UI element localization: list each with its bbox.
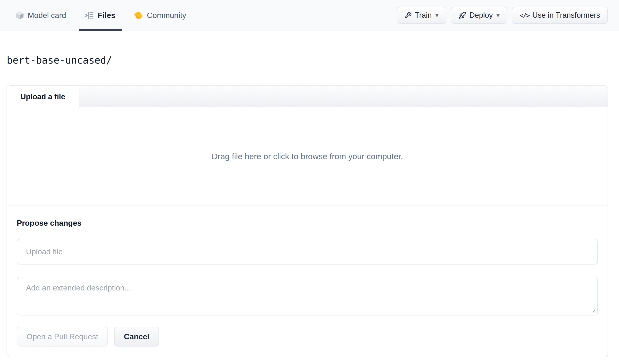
train-button[interactable]: Train ▾	[397, 7, 446, 24]
chevron-down-icon: ▾	[496, 12, 500, 18]
tab-community[interactable]: Community	[128, 0, 193, 30]
wrench-icon	[404, 12, 412, 19]
tab-files[interactable]: Files	[79, 0, 122, 30]
upload-file-card: Upload a file Drag file here or click to…	[7, 85, 608, 357]
repo-action-buttons: Train ▾ Deploy ▾ </> Use in Transformers	[397, 0, 608, 30]
upload-filename-input[interactable]	[17, 239, 598, 265]
repo-path-breadcrumb: bert-base-uncased/	[7, 53, 619, 67]
rocket-icon	[459, 11, 466, 19]
use-in-transformers-button[interactable]: </> Use in Transformers	[512, 7, 608, 24]
file-dropzone[interactable]: Drag file here or click to browse from y…	[7, 107, 608, 206]
tab-community-label: Community	[147, 11, 186, 20]
propose-changes-heading: Propose changes	[17, 219, 598, 228]
open-pull-request-button[interactable]: Open a Pull Request	[17, 327, 108, 347]
chevron-down-icon: ▾	[436, 12, 439, 18]
tab-model-card[interactable]: Model card	[9, 0, 72, 30]
tab-model-card-label: Model card	[28, 11, 66, 20]
code-icon: </>	[520, 12, 529, 19]
cancel-button[interactable]: Cancel	[114, 327, 159, 347]
waving-hand-icon	[134, 11, 143, 20]
upload-card-tabbar: Upload a file	[7, 86, 608, 107]
repo-header-nav: Model card Files	[0, 0, 619, 31]
dropzone-hint-text: Drag file here or click to browse from y…	[212, 152, 403, 161]
deploy-button-label: Deploy	[469, 11, 493, 20]
files-list-icon	[85, 11, 94, 19]
tab-upload-a-file[interactable]: Upload a file	[7, 86, 79, 108]
propose-actions-row: Open a Pull Request Cancel	[17, 327, 598, 347]
extended-description-textarea[interactable]	[17, 277, 598, 315]
train-button-label: Train	[415, 11, 432, 20]
propose-changes-section: Propose changes Open a Pull Request Canc…	[7, 206, 608, 357]
description-textarea-wrap	[17, 277, 598, 315]
cube-icon	[15, 11, 24, 20]
repo-nav-tabs: Model card Files	[9, 0, 199, 30]
tab-files-label: Files	[98, 11, 115, 20]
use-in-transformers-label: Use in Transformers	[532, 11, 600, 20]
deploy-button[interactable]: Deploy ▾	[451, 7, 507, 24]
